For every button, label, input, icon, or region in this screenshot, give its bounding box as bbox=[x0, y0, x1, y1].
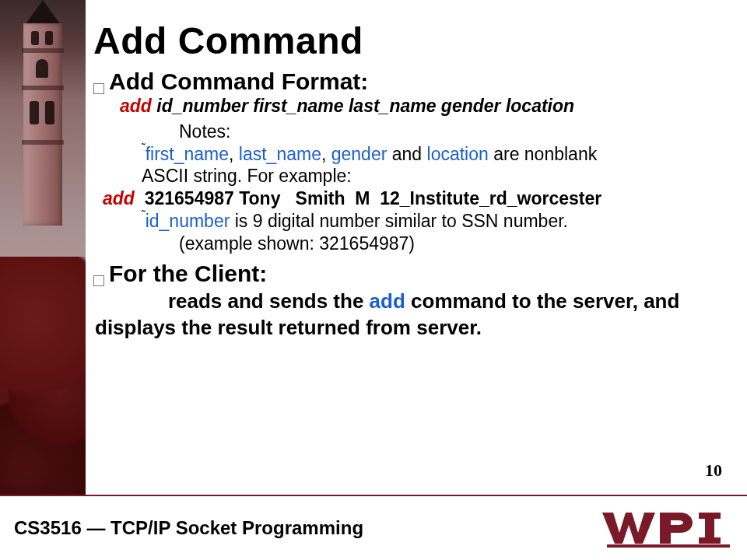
page-number: 10 bbox=[705, 460, 722, 481]
section-format: Add Command Format: bbox=[93, 68, 731, 95]
example-rest: 321654987 Tony Smith M 12_Institute_rd_w… bbox=[135, 188, 601, 208]
syntax-args: id_number first_name last_name gender lo… bbox=[156, 96, 574, 116]
rule-1-line-2: ASCII string. For example: bbox=[93, 165, 731, 187]
slide-content: Add Command Add Command Format: add id_n… bbox=[93, 19, 731, 341]
section-heading-client: For the Client: bbox=[109, 261, 267, 287]
footer-bar: CS3516 — TCP/IP Socket Programming bbox=[0, 495, 747, 560]
slide-title: Add Command bbox=[93, 19, 731, 62]
bullet-icon bbox=[93, 275, 104, 286]
slide: Add Command Add Command Format: add id_n… bbox=[0, 0, 747, 560]
client-body: reads and sends the add command to the s… bbox=[93, 289, 731, 341]
section-client: For the Client: bbox=[93, 261, 731, 287]
syntax-command: add bbox=[120, 96, 152, 116]
client-body-keyword: add bbox=[370, 289, 405, 313]
left-photo-strip bbox=[0, 0, 86, 560]
bullet-icon bbox=[93, 83, 104, 94]
rule-1-line-1: ˜first_name, last_name, gender and locat… bbox=[93, 143, 731, 166]
footer-text: CS3516 — TCP/IP Socket Programming bbox=[14, 517, 363, 539]
example-command: add bbox=[103, 188, 135, 208]
example-line: add 321654987 Tony Smith M 12_Institute_… bbox=[93, 187, 731, 210]
logo-underline bbox=[607, 544, 730, 548]
wpi-logo bbox=[601, 508, 724, 548]
wpi-logo-icon bbox=[601, 508, 724, 548]
rule-2-line-2: (example shown: 321654987) bbox=[93, 233, 731, 255]
rule-2-line-1: ˜id_number is 9 digital number similar t… bbox=[93, 210, 731, 233]
notes-label: Notes: bbox=[93, 121, 731, 143]
section-heading-format: Add Command Format: bbox=[109, 68, 368, 95]
syntax-line: add id_number first_name last_name gende… bbox=[93, 95, 731, 117]
